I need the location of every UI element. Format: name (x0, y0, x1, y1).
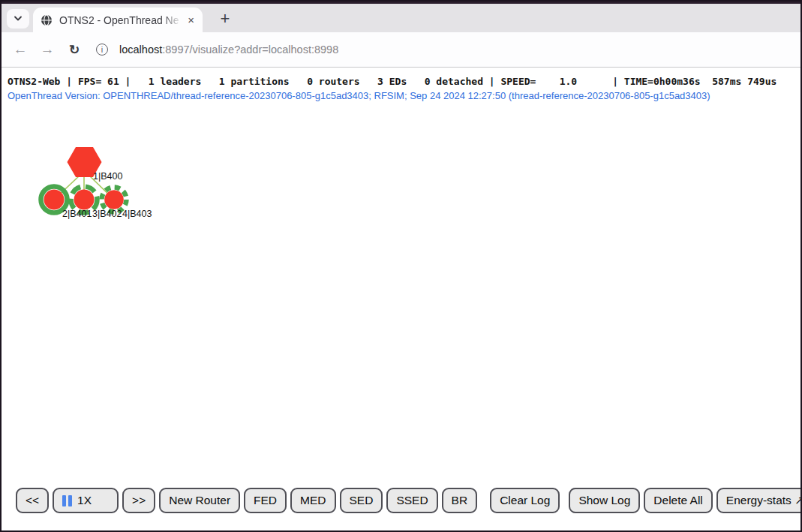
forward-button-icon[interactable]: → (39, 32, 56, 67)
delete-all-button[interactable]: Delete All (644, 488, 712, 513)
globe-favicon-icon (41, 14, 53, 26)
node-3-label: 3|B402 (92, 209, 122, 219)
node-4-label: 4|B403 (122, 209, 152, 219)
speed-pause-button[interactable]: 1X (53, 488, 119, 513)
simulation-controls: << 1X >> New Router FED MED SED SSED BR … (16, 488, 802, 513)
node-1-label: 1|B400 (93, 171, 122, 182)
network-canvas[interactable] (2, 68, 227, 248)
site-info-icon[interactable]: i (96, 44, 108, 56)
node-4-body (104, 190, 124, 209)
new-med-button[interactable]: MED (290, 488, 335, 513)
tab-title: OTNS2 - OpenThread Ne (59, 14, 185, 26)
new-fed-button[interactable]: FED (244, 488, 287, 513)
clear-log-button[interactable]: Clear Log (490, 488, 560, 513)
speed-label: 1X (77, 494, 92, 507)
browser-window: OTNS2 - OpenThread Ne × + ← → ↻ i localh… (0, 0, 802, 532)
new-ssed-button[interactable]: SSED (386, 488, 437, 513)
new-router-button[interactable]: New Router (159, 488, 240, 513)
node-3-body (74, 190, 95, 210)
speed-up-button[interactable]: >> (122, 488, 155, 513)
address-bar[interactable]: localhost:8997/visualize?addr=localhost:… (119, 32, 338, 67)
tab-strip: OTNS2 - OpenThread Ne × + (2, 4, 800, 32)
new-br-button[interactable]: BR (442, 488, 478, 513)
back-button-icon[interactable]: ← (12, 32, 29, 67)
url-path: :8997/visualize?addr=localhost:8998 (162, 44, 338, 56)
show-log-button[interactable]: Show Log (569, 488, 640, 513)
browser-toolbar: ← → ↻ i localhost:8997/visualize?addr=lo… (2, 32, 800, 68)
reload-button-icon[interactable]: ↻ (66, 32, 83, 67)
pause-icon (62, 495, 72, 506)
otns-visualizer-page: OTNS2-Web | FPS= 61 | 1 leaders 1 partit… (2, 68, 800, 530)
url-host: localhost (119, 44, 162, 56)
energy-stats-button[interactable]: Energy-stats ↗ (716, 488, 802, 513)
new-tab-button[interactable]: + (214, 8, 236, 30)
chevron-down-icon (14, 16, 23, 22)
node-2-label: 2|B401 (62, 209, 92, 219)
speed-down-button[interactable]: << (16, 488, 49, 513)
tab-close-icon[interactable]: × (185, 14, 197, 26)
browser-tab-otns2[interactable]: OTNS2 - OpenThread Ne × (33, 8, 203, 32)
new-sed-button[interactable]: SED (340, 488, 383, 513)
node-2-body (44, 190, 65, 210)
tab-search-button[interactable] (7, 9, 29, 29)
